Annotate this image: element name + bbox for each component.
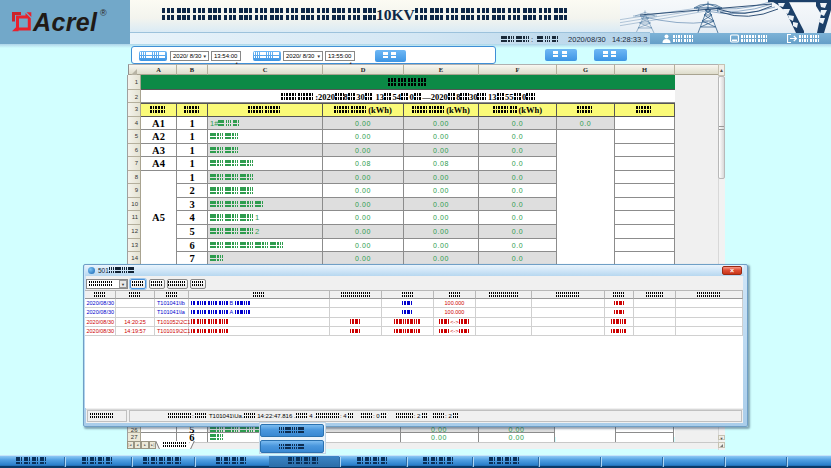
svg-text:®: ®: [100, 8, 107, 18]
svg-text:Acrel: Acrel: [32, 8, 98, 36]
